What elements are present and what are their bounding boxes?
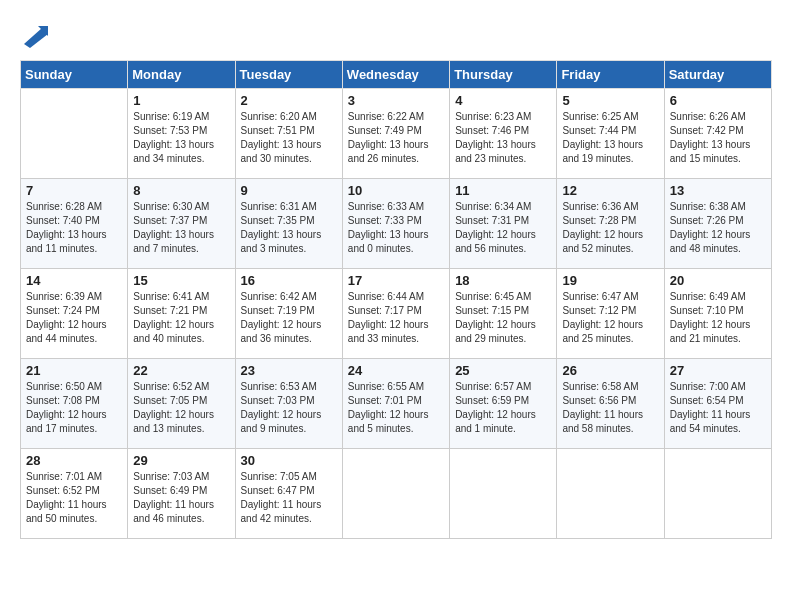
day-info: Sunrise: 6:42 AM Sunset: 7:19 PM Dayligh… xyxy=(241,290,337,346)
day-number: 28 xyxy=(26,453,122,468)
day-number: 25 xyxy=(455,363,551,378)
day-number: 30 xyxy=(241,453,337,468)
calendar-cell: 17Sunrise: 6:44 AM Sunset: 7:17 PM Dayli… xyxy=(342,269,449,359)
calendar-cell: 19Sunrise: 6:47 AM Sunset: 7:12 PM Dayli… xyxy=(557,269,664,359)
calendar-cell: 30Sunrise: 7:05 AM Sunset: 6:47 PM Dayli… xyxy=(235,449,342,539)
calendar-cell xyxy=(557,449,664,539)
header-cell-tuesday: Tuesday xyxy=(235,61,342,89)
day-number: 20 xyxy=(670,273,766,288)
day-info: Sunrise: 6:26 AM Sunset: 7:42 PM Dayligh… xyxy=(670,110,766,166)
day-number: 8 xyxy=(133,183,229,198)
calendar-cell: 2Sunrise: 6:20 AM Sunset: 7:51 PM Daylig… xyxy=(235,89,342,179)
day-info: Sunrise: 6:23 AM Sunset: 7:46 PM Dayligh… xyxy=(455,110,551,166)
day-number: 7 xyxy=(26,183,122,198)
day-info: Sunrise: 6:44 AM Sunset: 7:17 PM Dayligh… xyxy=(348,290,444,346)
day-info: Sunrise: 6:36 AM Sunset: 7:28 PM Dayligh… xyxy=(562,200,658,256)
day-info: Sunrise: 6:33 AM Sunset: 7:33 PM Dayligh… xyxy=(348,200,444,256)
calendar-cell: 10Sunrise: 6:33 AM Sunset: 7:33 PM Dayli… xyxy=(342,179,449,269)
calendar-cell: 15Sunrise: 6:41 AM Sunset: 7:21 PM Dayli… xyxy=(128,269,235,359)
calendar-table: SundayMondayTuesdayWednesdayThursdayFrid… xyxy=(20,60,772,539)
calendar-cell: 26Sunrise: 6:58 AM Sunset: 6:56 PM Dayli… xyxy=(557,359,664,449)
day-number: 9 xyxy=(241,183,337,198)
calendar-header: SundayMondayTuesdayWednesdayThursdayFrid… xyxy=(21,61,772,89)
day-number: 14 xyxy=(26,273,122,288)
calendar-cell: 21Sunrise: 6:50 AM Sunset: 7:08 PM Dayli… xyxy=(21,359,128,449)
day-info: Sunrise: 7:01 AM Sunset: 6:52 PM Dayligh… xyxy=(26,470,122,526)
day-number: 27 xyxy=(670,363,766,378)
calendar-cell: 1Sunrise: 6:19 AM Sunset: 7:53 PM Daylig… xyxy=(128,89,235,179)
calendar-cell: 14Sunrise: 6:39 AM Sunset: 7:24 PM Dayli… xyxy=(21,269,128,359)
header-cell-monday: Monday xyxy=(128,61,235,89)
day-info: Sunrise: 6:31 AM Sunset: 7:35 PM Dayligh… xyxy=(241,200,337,256)
day-info: Sunrise: 6:49 AM Sunset: 7:10 PM Dayligh… xyxy=(670,290,766,346)
header-cell-wednesday: Wednesday xyxy=(342,61,449,89)
day-info: Sunrise: 6:55 AM Sunset: 7:01 PM Dayligh… xyxy=(348,380,444,436)
day-info: Sunrise: 6:34 AM Sunset: 7:31 PM Dayligh… xyxy=(455,200,551,256)
week-row-0: 1Sunrise: 6:19 AM Sunset: 7:53 PM Daylig… xyxy=(21,89,772,179)
calendar-cell: 4Sunrise: 6:23 AM Sunset: 7:46 PM Daylig… xyxy=(450,89,557,179)
day-info: Sunrise: 6:52 AM Sunset: 7:05 PM Dayligh… xyxy=(133,380,229,436)
day-number: 22 xyxy=(133,363,229,378)
day-number: 6 xyxy=(670,93,766,108)
day-number: 21 xyxy=(26,363,122,378)
header-cell-saturday: Saturday xyxy=(664,61,771,89)
calendar-cell xyxy=(664,449,771,539)
day-info: Sunrise: 6:30 AM Sunset: 7:37 PM Dayligh… xyxy=(133,200,229,256)
day-number: 13 xyxy=(670,183,766,198)
header-cell-thursday: Thursday xyxy=(450,61,557,89)
week-row-1: 7Sunrise: 6:28 AM Sunset: 7:40 PM Daylig… xyxy=(21,179,772,269)
calendar-cell: 7Sunrise: 6:28 AM Sunset: 7:40 PM Daylig… xyxy=(21,179,128,269)
week-row-2: 14Sunrise: 6:39 AM Sunset: 7:24 PM Dayli… xyxy=(21,269,772,359)
day-number: 18 xyxy=(455,273,551,288)
calendar-cell xyxy=(21,89,128,179)
calendar-cell: 3Sunrise: 6:22 AM Sunset: 7:49 PM Daylig… xyxy=(342,89,449,179)
calendar-cell: 20Sunrise: 6:49 AM Sunset: 7:10 PM Dayli… xyxy=(664,269,771,359)
calendar-cell: 5Sunrise: 6:25 AM Sunset: 7:44 PM Daylig… xyxy=(557,89,664,179)
week-row-4: 28Sunrise: 7:01 AM Sunset: 6:52 PM Dayli… xyxy=(21,449,772,539)
calendar-cell: 16Sunrise: 6:42 AM Sunset: 7:19 PM Dayli… xyxy=(235,269,342,359)
day-info: Sunrise: 6:38 AM Sunset: 7:26 PM Dayligh… xyxy=(670,200,766,256)
day-info: Sunrise: 6:20 AM Sunset: 7:51 PM Dayligh… xyxy=(241,110,337,166)
calendar-cell: 24Sunrise: 6:55 AM Sunset: 7:01 PM Dayli… xyxy=(342,359,449,449)
logo xyxy=(20,20,54,50)
day-info: Sunrise: 6:22 AM Sunset: 7:49 PM Dayligh… xyxy=(348,110,444,166)
calendar-cell: 13Sunrise: 6:38 AM Sunset: 7:26 PM Dayli… xyxy=(664,179,771,269)
day-info: Sunrise: 7:05 AM Sunset: 6:47 PM Dayligh… xyxy=(241,470,337,526)
day-info: Sunrise: 7:03 AM Sunset: 6:49 PM Dayligh… xyxy=(133,470,229,526)
header-cell-sunday: Sunday xyxy=(21,61,128,89)
day-info: Sunrise: 6:57 AM Sunset: 6:59 PM Dayligh… xyxy=(455,380,551,436)
day-number: 5 xyxy=(562,93,658,108)
header-cell-friday: Friday xyxy=(557,61,664,89)
day-number: 3 xyxy=(348,93,444,108)
day-info: Sunrise: 6:58 AM Sunset: 6:56 PM Dayligh… xyxy=(562,380,658,436)
day-number: 2 xyxy=(241,93,337,108)
day-number: 16 xyxy=(241,273,337,288)
day-info: Sunrise: 6:41 AM Sunset: 7:21 PM Dayligh… xyxy=(133,290,229,346)
week-row-3: 21Sunrise: 6:50 AM Sunset: 7:08 PM Dayli… xyxy=(21,359,772,449)
day-info: Sunrise: 6:53 AM Sunset: 7:03 PM Dayligh… xyxy=(241,380,337,436)
calendar-cell: 23Sunrise: 6:53 AM Sunset: 7:03 PM Dayli… xyxy=(235,359,342,449)
day-number: 15 xyxy=(133,273,229,288)
calendar-cell: 22Sunrise: 6:52 AM Sunset: 7:05 PM Dayli… xyxy=(128,359,235,449)
day-info: Sunrise: 6:45 AM Sunset: 7:15 PM Dayligh… xyxy=(455,290,551,346)
calendar-cell: 9Sunrise: 6:31 AM Sunset: 7:35 PM Daylig… xyxy=(235,179,342,269)
calendar-cell: 6Sunrise: 6:26 AM Sunset: 7:42 PM Daylig… xyxy=(664,89,771,179)
day-number: 23 xyxy=(241,363,337,378)
day-number: 24 xyxy=(348,363,444,378)
calendar-cell: 27Sunrise: 7:00 AM Sunset: 6:54 PM Dayli… xyxy=(664,359,771,449)
day-number: 1 xyxy=(133,93,229,108)
header xyxy=(20,20,772,50)
day-info: Sunrise: 7:00 AM Sunset: 6:54 PM Dayligh… xyxy=(670,380,766,436)
day-number: 26 xyxy=(562,363,658,378)
day-info: Sunrise: 6:39 AM Sunset: 7:24 PM Dayligh… xyxy=(26,290,122,346)
calendar-cell: 25Sunrise: 6:57 AM Sunset: 6:59 PM Dayli… xyxy=(450,359,557,449)
calendar-body: 1Sunrise: 6:19 AM Sunset: 7:53 PM Daylig… xyxy=(21,89,772,539)
calendar-cell: 11Sunrise: 6:34 AM Sunset: 7:31 PM Dayli… xyxy=(450,179,557,269)
day-number: 11 xyxy=(455,183,551,198)
calendar-cell xyxy=(450,449,557,539)
day-number: 17 xyxy=(348,273,444,288)
day-number: 4 xyxy=(455,93,551,108)
logo-icon xyxy=(20,20,50,50)
day-number: 10 xyxy=(348,183,444,198)
day-info: Sunrise: 6:28 AM Sunset: 7:40 PM Dayligh… xyxy=(26,200,122,256)
